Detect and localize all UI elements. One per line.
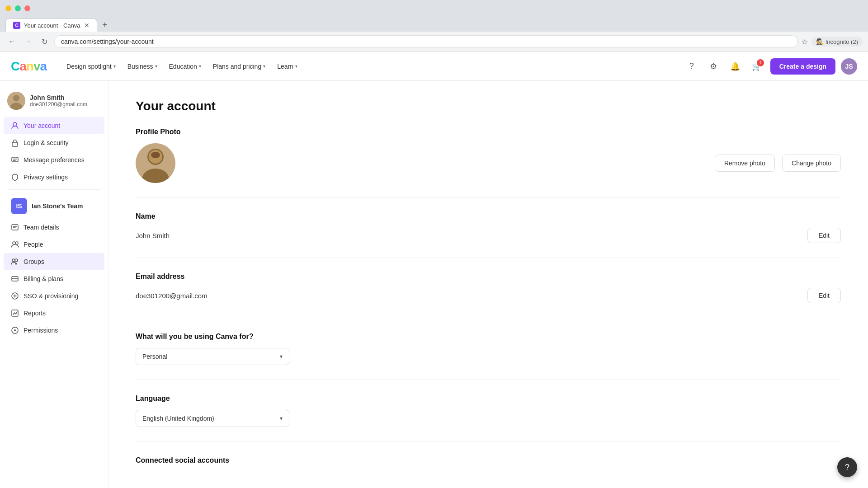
nav-chevron-plans: ▾ [263, 64, 265, 69]
sidebar-item-groups[interactable]: Groups [4, 253, 104, 270]
profile-photo-section: Profile Photo Remove photo [136, 128, 841, 198]
reload-button[interactable]: ↻ [38, 35, 51, 48]
sidebar-item-team-details[interactable]: Team details [4, 219, 104, 236]
email-value: doe301200@gmail.com [136, 292, 208, 300]
notifications-button[interactable]: 🔔 [727, 58, 743, 75]
window-controls [5, 5, 30, 11]
connected-accounts-title: Connected social accounts [136, 456, 841, 465]
nav-business[interactable]: Business ▾ [122, 59, 163, 74]
email-field-row: doe301200@gmail.com Edit [136, 288, 841, 303]
sidebar-item-message-preferences[interactable]: Message preferences [4, 151, 104, 169]
nav-chevron-design: ▾ [113, 64, 116, 69]
sso-icon [11, 292, 19, 300]
photo-actions: Remove photo Change photo [715, 155, 841, 172]
help-button[interactable]: ? [684, 58, 700, 75]
sidebar-item-sso-provisioning[interactable]: SSO & provisioning [4, 287, 104, 305]
tab-favicon: C [13, 22, 20, 29]
profile-photo-row: Remove photo Change photo [136, 143, 841, 183]
sidebar-item-permissions[interactable]: Permissions [4, 322, 104, 339]
name-field-row: John Smith Edit [136, 228, 841, 243]
name-edit-button[interactable]: Edit [807, 228, 841, 243]
page-content: Your account Profile Photo [108, 81, 868, 488]
sidebar-item-login-security[interactable]: Login & security [4, 134, 104, 151]
sidebar-item-label-privacy-settings: Privacy settings [24, 174, 68, 181]
team-avatar: IS [11, 198, 27, 214]
sidebar-item-label-permissions: Permissions [24, 327, 58, 334]
language-section: Language English (United Kingdom) ▾ [136, 394, 841, 442]
svg-point-10 [15, 259, 18, 262]
sidebar-item-label-login-security: Login & security [24, 139, 69, 146]
create-design-button[interactable]: Create a design [770, 58, 835, 75]
language-chevron: ▾ [280, 415, 283, 422]
nav-plans-pricing[interactable]: Plans and pricing ▾ [208, 59, 271, 74]
groups-icon [11, 258, 19, 266]
name-section-title: Name [136, 212, 841, 221]
team-details-icon [11, 223, 19, 231]
user-avatar-header[interactable]: JS [841, 58, 857, 75]
incognito-label: Incognito (2) [826, 38, 858, 45]
new-tab-button[interactable]: + [99, 19, 111, 32]
svg-rect-6 [12, 225, 18, 230]
sidebar-item-billing-plans[interactable]: Billing & plans [4, 270, 104, 287]
reports-icon [11, 309, 19, 317]
remove-photo-button[interactable]: Remove photo [715, 155, 775, 172]
address-bar: ← → ↻ ☆ 🕵 Incognito (2) [0, 32, 868, 52]
privacy-icon [11, 173, 19, 181]
tab-title: Your account - Canva [24, 22, 80, 29]
sidebar-item-label-reports: Reports [24, 310, 46, 317]
user-icon [11, 122, 19, 130]
title-bar [0, 0, 868, 16]
change-photo-button[interactable]: Change photo [782, 155, 841, 172]
address-input[interactable] [54, 35, 798, 48]
sidebar-personal-section: Your account Login & security [0, 117, 108, 186]
sidebar-item-reports[interactable]: Reports [4, 305, 104, 322]
bookmark-button[interactable]: ☆ [802, 38, 808, 46]
close-button[interactable] [24, 5, 30, 11]
sidebar-item-label-groups: Groups [24, 258, 44, 265]
canva-logo[interactable]: Canva [11, 59, 47, 74]
email-edit-button[interactable]: Edit [807, 288, 841, 303]
cart-button[interactable]: 🛒 1 [749, 58, 765, 75]
back-button[interactable]: ← [5, 35, 18, 48]
sidebar-item-label-your-account: Your account [24, 122, 60, 129]
canva-use-section-title: What will you be using Canva for? [136, 333, 841, 341]
main-nav: Design spotlight ▾ Business ▾ Education … [61, 59, 684, 74]
maximize-button[interactable] [15, 5, 21, 11]
help-fab-label: ? [845, 463, 849, 472]
tab-close-button[interactable]: ✕ [84, 22, 90, 29]
name-value: John Smith [136, 232, 170, 239]
svg-point-7 [13, 242, 15, 244]
settings-button[interactable]: ⚙ [705, 58, 722, 75]
sidebar-user-details: John Smith doe301200@gmail.com [30, 94, 87, 108]
sidebar-item-your-account[interactable]: Your account [4, 117, 104, 134]
sidebar-item-label-message-preferences: Message preferences [24, 156, 85, 164]
svg-rect-4 [12, 142, 18, 146]
svg-point-8 [15, 242, 18, 244]
sidebar-item-privacy-settings[interactable]: Privacy settings [4, 169, 104, 186]
nav-design-spotlight[interactable]: Design spotlight ▾ [61, 59, 121, 74]
connected-accounts-section: Connected social accounts [136, 456, 841, 486]
sidebar-user-name: John Smith [30, 94, 87, 101]
canva-use-dropdown[interactable]: Personal ▾ [136, 348, 289, 365]
sidebar-user-avatar[interactable] [7, 92, 25, 110]
minimize-button[interactable] [5, 5, 11, 11]
browser-tab-active[interactable]: C Your account - Canva ✕ [5, 19, 97, 32]
language-dropdown[interactable]: English (United Kingdom) ▾ [136, 410, 289, 427]
browser-toolbar-right: ☆ 🕵 Incognito (2) [802, 37, 863, 47]
app: Canva Design spotlight ▾ Business ▾ Educ… [0, 52, 868, 488]
nav-education[interactable]: Education ▾ [164, 59, 207, 74]
forward-button[interactable]: → [22, 35, 34, 48]
canva-use-selected: Personal [142, 353, 167, 360]
nav-chevron-business: ▾ [155, 64, 157, 69]
email-section: Email address doe301200@gmail.com Edit [136, 272, 841, 318]
sidebar-item-people[interactable]: People [4, 236, 104, 253]
sidebar-team-header[interactable]: IS Ian Stone's Team [4, 193, 104, 219]
billing-icon [11, 275, 19, 283]
nav-learn[interactable]: Learn ▾ [272, 59, 303, 74]
language-selected: English (United Kingdom) [142, 415, 214, 422]
email-section-title: Email address [136, 272, 841, 281]
lock-icon [11, 139, 19, 147]
app-header: Canva Design spotlight ▾ Business ▾ Educ… [0, 52, 868, 81]
help-fab[interactable]: ? [837, 457, 857, 477]
header-actions: ? ⚙ 🔔 🛒 1 Create a design JS [684, 58, 857, 75]
